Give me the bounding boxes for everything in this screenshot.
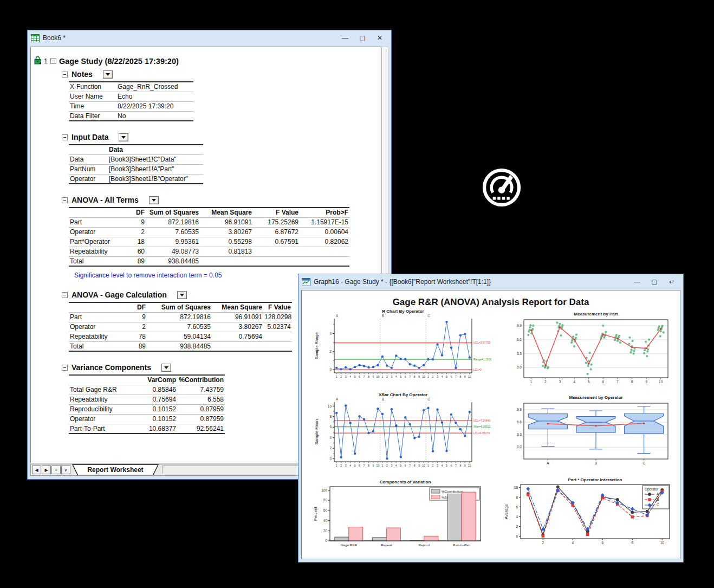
dropdown-button[interactable] [161,364,171,372]
table-cell: Operator [69,174,108,184]
table-cell: 9.95361 [146,237,200,247]
svg-text:0.0: 0.0 [517,365,522,369]
book6-titlebar[interactable]: Book6 * — ▢ ✕ [28,30,391,46]
measurement-by-part-chart[interactable]: Measurement by Part0.03.36.69.9123456789… [510,309,678,388]
table-row: Operator[Book3]Sheet1!B"Operator" [69,174,203,184]
section-title: Input Data [72,133,108,141]
graph16-titlebar[interactable]: Graph16 - Gage Study * - {[Book6]"Report… [298,274,683,289]
table-cell: User Name [69,92,116,101]
table-row: Part-To-Part10.6837792.56241 [69,424,225,434]
table-cell: 89 [125,256,146,266]
add-sheet-button[interactable]: + [51,466,61,474]
svg-text:2: 2 [386,375,388,378]
minimize-button[interactable]: — [337,33,353,43]
table-cell [300,256,349,266]
table-row: Repeatability0.756946.558 [69,395,225,404]
dropdown-button[interactable] [119,133,128,141]
table-cell: 0.10152 [133,404,177,414]
collapse-icon[interactable] [62,72,68,77]
collapse-icon[interactable] [62,292,68,298]
close-button[interactable]: ✕ [372,33,388,43]
measurement-by-operator-chart[interactable]: Measurement by Operator0.03.36.69.9ABC [510,392,678,473]
restore-button[interactable]: ↵ [664,276,680,287]
svg-text:7: 7 [455,464,457,467]
svg-text:9.9: 9.9 [517,324,522,327]
svg-text:2: 2 [544,380,547,384]
table-cell [263,332,292,341]
svg-text:2: 2 [542,541,544,545]
section-input-data: Input Data DataData[Book3]Sheet1!C"Data"… [31,133,381,184]
sheet-list-button[interactable]: ∨ [61,466,70,474]
svg-text:40: 40 [323,519,328,522]
graph16-window: Graph16 - Gage Study * - {[Book6]"Report… [298,274,684,563]
svg-text:2: 2 [340,464,342,467]
tab-scroll-left-button[interactable]: ◀ [32,466,41,474]
table-cell [69,302,125,312]
lock-icon [34,56,41,66]
r-chart-by-operator[interactable]: R Chart By OperatorABCUCL=2.97755Range=1… [309,308,491,387]
collapse-icon[interactable] [62,365,68,371]
svg-text:7: 7 [409,375,411,378]
svg-text:9: 9 [464,375,466,378]
collapse-icon[interactable] [50,58,56,64]
svg-text:0: 0 [325,539,327,542]
svg-text:10: 10 [377,464,380,467]
table-row: Repeatability7859.041340.75694 [69,332,292,341]
minimize-button[interactable]: — [629,276,645,287]
svg-text:4: 4 [572,541,574,545]
chevron-down-icon [152,199,156,202]
table-cell: DF [125,302,147,312]
svg-text:8: 8 [368,375,369,378]
table-cell: Repeatability [69,395,133,404]
svg-text:1: 1 [427,375,429,378]
table-cell: 0.81813 [200,247,253,256]
xbar-chart-by-operator[interactable]: XBar Chart By OperatorABCUCL=7.24846Xbar… [309,389,491,476]
table-cell [200,256,253,266]
table-cell: 7.43759 [177,385,225,395]
part-operator-interaction-chart[interactable]: Part * Operator Interaction0246810Operat… [504,476,680,555]
table-row: Reproducibility0.101520.87959 [69,404,225,414]
table-row: VarComp%Contribution [69,375,225,385]
svg-text:2: 2 [432,464,434,467]
section-notes: Notes X-FunctionGage_RnR_CrossedUser Nam… [31,70,381,121]
components-of-variation-chart[interactable]: Components of Variation020406080100%Cont… [308,477,490,554]
table-row: Data[Book3]Sheet1!C"Data" [69,154,203,164]
table-cell: Sum of Squares [146,208,200,217]
svg-text:3: 3 [559,380,561,384]
dropdown-button[interactable] [103,70,113,79]
svg-text:B: B [382,397,384,401]
svg-text:100: 100 [321,488,327,492]
table-cell: X-Function [69,82,116,92]
maximize-button[interactable]: ▢ [646,276,663,287]
table-cell: 60 [125,247,146,256]
svg-text:2: 2 [340,375,342,378]
svg-text:C: C [642,461,645,465]
sheet-tab-report-worksheet[interactable]: Report Worksheet [72,464,159,475]
section-title: Notes [72,70,93,79]
table-cell: 7.60535 [146,227,200,237]
dropdown-button[interactable] [149,196,159,204]
table-cell: 6.558 [177,395,225,404]
svg-text:6: 6 [601,541,603,545]
chevron-down-icon [164,366,168,369]
table-cell: Prob>F [300,208,349,217]
maximize-button[interactable]: ▢ [354,33,371,43]
svg-text:4: 4 [395,464,397,467]
svg-text:3.3: 3.3 [517,432,522,436]
svg-text:8: 8 [631,380,633,384]
svg-text:XBar Chart By Operator: XBar Chart By Operator [379,392,427,397]
svg-text:5: 5 [400,464,401,467]
svg-text:LCL=4.88176: LCL=4.88176 [473,431,490,435]
svg-text:1: 1 [427,464,429,467]
dropdown-button[interactable] [177,291,187,299]
table-cell: 96.91091 [200,217,253,227]
tab-scroll-right-button[interactable]: ▶ [42,466,51,474]
svg-text:8: 8 [414,375,416,378]
table-cell: 0.85846 [133,385,177,395]
svg-text:1: 1 [336,375,337,378]
collapse-icon[interactable] [62,134,68,140]
svg-text:4: 4 [516,515,518,519]
svg-text:A: A [336,397,339,401]
svg-text:Sample Mean: Sample Mean [314,419,319,444]
collapse-icon[interactable] [62,197,68,203]
